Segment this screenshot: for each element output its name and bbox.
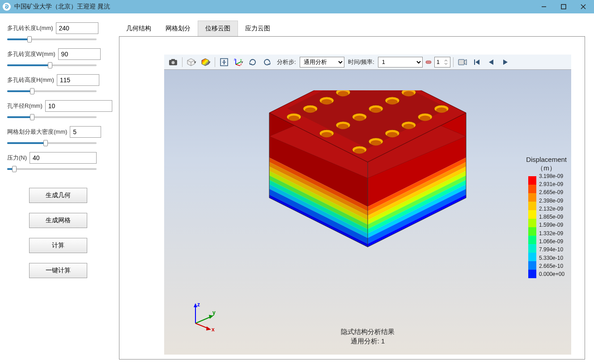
rotate-ccw-icon[interactable] [261, 56, 273, 68]
caption-line1: 隐式结构分析结果 [341, 327, 395, 336]
param-pressure-slider[interactable] [7, 168, 97, 170]
svg-point-84 [321, 132, 332, 137]
svg-point-96 [354, 148, 365, 154]
svg-rect-21 [426, 61, 431, 63]
svg-point-104 [420, 115, 430, 121]
close-button[interactable] [579, 2, 588, 11]
main-panel: 几何结构 网格划分 位移云图 应力云图 ▾ ▾ zyx▾ 分析步: [116, 13, 594, 364]
tab-stress[interactable]: 应力云图 [238, 21, 277, 36]
param-radius-input[interactable] [45, 100, 112, 112]
svg-line-110 [195, 317, 211, 323]
param-mesh-slider[interactable] [7, 142, 97, 144]
legend-title: Displacement [526, 156, 567, 163]
axes-gizmo: z y x [191, 301, 218, 328]
svg-marker-26 [489, 59, 493, 65]
param-width: 多孔砖宽度W(mm) [7, 48, 109, 66]
analysis-step-select[interactable]: 通用分析 [300, 57, 344, 68]
window-title: 中国矿业大学（北京）王迎迎 晁沆 [14, 3, 539, 11]
param-length-slider[interactable] [7, 38, 97, 40]
screenshot-icon[interactable] [167, 56, 179, 68]
link-toggle-icon[interactable] [424, 56, 433, 68]
param-width-label: 多孔砖宽度W(mm) [7, 50, 55, 58]
color-legend: Displacement （m） 3.198e-092.931e-092.665… [526, 156, 567, 279]
param-height-label: 多孔砖高度H(mm) [7, 76, 54, 84]
param-length-input[interactable] [56, 22, 98, 34]
tab-displacement[interactable]: 位移云图 [198, 21, 238, 36]
result-tabs: 几何结构 网格划分 位移云图 应力云图 [119, 21, 585, 36]
svg-point-78 [338, 91, 348, 96]
param-mesh: 网格划分最大密度(mm) [7, 126, 109, 144]
tab-mesh[interactable]: 网格划分 [158, 21, 198, 36]
analysis-step-label: 分析步: [275, 58, 298, 66]
svg-line-19 [236, 64, 240, 66]
svg-text:y: y [212, 309, 216, 316]
cube-view-icon[interactable]: ▾ [185, 56, 198, 68]
svg-point-100 [387, 132, 398, 137]
svg-point-98 [370, 140, 381, 145]
parameter-panel: 多孔砖长度L(mm) 多孔砖宽度W(mm) 多孔砖高度H(mm) 孔半径R(mm… [0, 13, 116, 364]
svg-text:z: z [197, 301, 200, 308]
param-radius-slider[interactable] [7, 116, 97, 118]
first-frame-icon[interactable] [471, 56, 483, 68]
svg-point-92 [387, 99, 398, 105]
toolbar-separator [453, 57, 454, 67]
tab-geometry[interactable]: 几何结构 [119, 21, 158, 36]
next-frame-icon[interactable] [499, 56, 512, 68]
svg-point-102 [403, 124, 414, 129]
toolbar-separator [182, 57, 182, 67]
param-radius-label: 孔半径R(mm) [7, 102, 42, 110]
param-radius: 孔半径R(mm) [7, 100, 109, 118]
svg-text:z: z [234, 58, 236, 61]
title-bar: ᘐ 中国矿业大学（北京）王迎迎 晁沆 [0, 0, 594, 13]
svg-point-76 [321, 99, 332, 105]
param-pressure: 压力(N) [7, 152, 109, 170]
svg-point-106 [436, 107, 447, 113]
action-button-group: 生成几何 生成网格 计算 一键计算 [7, 188, 109, 278]
frame-spinner[interactable]: 1 [434, 57, 450, 68]
svg-marker-114 [206, 326, 211, 330]
param-mesh-input[interactable] [70, 126, 101, 138]
svg-point-94 [403, 91, 414, 96]
svg-rect-6 [171, 59, 175, 60]
param-mesh-label: 网格划分最大密度(mm) [7, 128, 67, 136]
param-width-input[interactable] [58, 48, 101, 60]
svg-marker-23 [464, 59, 467, 65]
viewer-canvas[interactable]: ▾ ▾ zyx▾ 分析步: 通用分析 时间/频率: 1 1 [164, 55, 571, 355]
svg-point-86 [338, 124, 348, 129]
record-icon[interactable] [456, 56, 469, 68]
displacement-contour-plot [260, 90, 475, 271]
svg-marker-11 [202, 59, 209, 66]
app-icon: ᘐ [3, 3, 11, 11]
svg-text:x: x [212, 326, 215, 333]
minimize-button[interactable] [539, 2, 548, 11]
prev-frame-icon[interactable] [485, 56, 497, 68]
result-caption: 隐式结构分析结果 通用分析: 1 [341, 327, 395, 346]
viewer-toolbar: ▾ ▾ zyx▾ 分析步: 通用分析 时间/频率: 1 1 [164, 55, 571, 70]
param-width-slider[interactable] [7, 64, 97, 66]
generate-geometry-button[interactable]: 生成几何 [29, 188, 87, 203]
svg-point-90 [370, 107, 381, 113]
svg-rect-22 [458, 59, 464, 65]
param-length-label: 多孔砖长度L(mm) [7, 24, 53, 32]
coord-system-icon[interactable]: zyx▾ [232, 56, 245, 68]
svg-point-72 [289, 115, 299, 121]
param-length: 多孔砖长度L(mm) [7, 22, 109, 40]
legend-colorbar [528, 176, 536, 279]
time-freq-select[interactable]: 1 [378, 57, 423, 68]
toolbar-separator [215, 57, 215, 67]
compute-button[interactable]: 计算 [29, 238, 87, 253]
contour-style-icon[interactable]: ▾ [199, 56, 212, 68]
param-height-input[interactable] [57, 74, 99, 86]
fit-view-icon[interactable] [218, 56, 230, 68]
rotate-cw-icon[interactable] [246, 56, 259, 68]
one-click-compute-button[interactable]: 一键计算 [29, 263, 87, 278]
maximize-button[interactable] [559, 2, 568, 11]
caption-line2: 通用分析: 1 [341, 336, 395, 346]
svg-point-5 [172, 61, 175, 64]
generate-mesh-button[interactable]: 生成网格 [29, 213, 87, 228]
legend-values: 3.198e-092.931e-092.665e-092.398e-092.13… [539, 172, 564, 279]
param-pressure-input[interactable] [30, 152, 97, 164]
param-height-slider[interactable] [7, 90, 97, 92]
svg-point-88 [354, 115, 365, 121]
svg-marker-25 [475, 59, 479, 65]
